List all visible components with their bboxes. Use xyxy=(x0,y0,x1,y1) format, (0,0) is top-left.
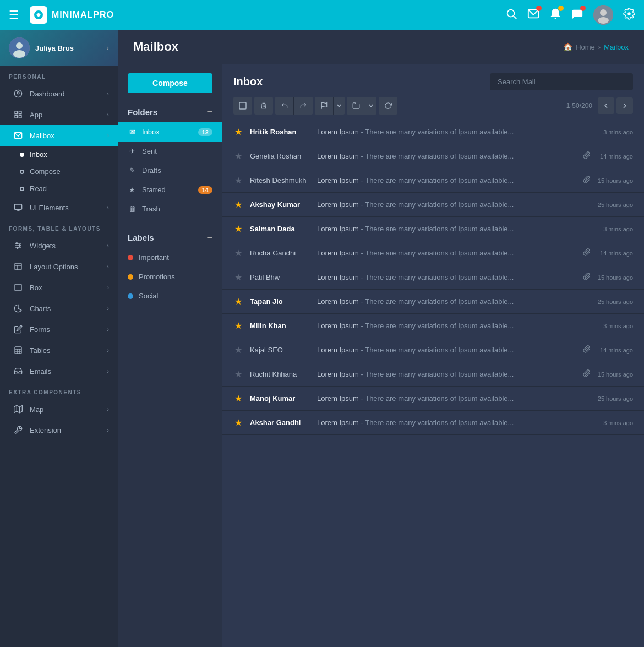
star-button[interactable]: ★ xyxy=(233,393,243,404)
label-important[interactable]: Important xyxy=(118,248,222,267)
mail-nav-icon[interactable] xyxy=(527,8,539,22)
star-button[interactable]: ★ xyxy=(233,224,243,234)
star-button[interactable]: ★ xyxy=(233,345,243,355)
sidebar-sub-read[interactable]: Read xyxy=(0,180,118,197)
delete-btn[interactable] xyxy=(254,97,273,115)
sidebar-user-chevron: › xyxy=(107,44,109,52)
flag-btn[interactable] xyxy=(315,97,334,115)
app-label: App xyxy=(30,111,100,119)
folder-btn[interactable] xyxy=(347,97,365,115)
sidebar-user[interactable]: Juliya Brus › xyxy=(0,30,118,66)
star-button[interactable]: ★ xyxy=(233,127,243,137)
label-social[interactable]: Social xyxy=(118,286,222,306)
mail-row[interactable]: ★Akshar GandhiLorem Ipsum - There are ma… xyxy=(222,411,644,435)
sidebar-item-emails[interactable]: Emails › xyxy=(0,361,118,382)
content-area: Mailbox 🏠 Home › Mailbox Compose Folders… xyxy=(118,30,644,647)
sidebar-item-forms[interactable]: Forms › xyxy=(0,319,118,340)
mail-row[interactable]: ★Ruchit KhhanaLorem Ipsum - There are ma… xyxy=(222,362,644,387)
section-label-forms: FORMS, TABLE & LAYOUTS xyxy=(0,218,118,235)
select-all-btn[interactable] xyxy=(233,97,252,115)
folder-sent[interactable]: ✈ Sent xyxy=(118,142,222,161)
sidebar-item-widgets[interactable]: Widgets › xyxy=(0,235,118,256)
mail-row[interactable]: ★Tapan JioLorem Ipsum - There are many v… xyxy=(222,290,644,314)
mail-row[interactable]: ★Akshay KumarLorem Ipsum - There are man… xyxy=(222,193,644,217)
folder-trash[interactable]: 🗑 Trash xyxy=(118,199,222,219)
mail-content: Lorem Ipsum - There are many variations … xyxy=(317,370,576,378)
forward-btn[interactable] xyxy=(294,97,313,115)
sender-name: Tapan Jio xyxy=(250,297,310,306)
star-button[interactable]: ★ xyxy=(233,199,243,210)
box-icon xyxy=(13,282,23,292)
compose-button[interactable]: Compose xyxy=(128,73,212,93)
mail-time: 15 hours ago xyxy=(597,274,633,281)
social-dot xyxy=(128,293,133,299)
next-page-btn[interactable] xyxy=(616,97,633,114)
mail-time: 3 mins ago xyxy=(597,420,633,426)
star-button[interactable]: ★ xyxy=(233,175,243,186)
sidebar-item-charts[interactable]: Charts › xyxy=(0,298,118,319)
mail-content: Lorem Ipsum - There are many variations … xyxy=(317,249,576,257)
sidebar-item-map[interactable]: Map › xyxy=(0,399,118,420)
mail-row[interactable]: ★Kajal SEOLorem Ipsum - There are many v… xyxy=(222,338,644,362)
svg-point-5 xyxy=(600,9,607,16)
mail-row[interactable]: ★Patil BhwLorem Ipsum - There are many v… xyxy=(222,265,644,290)
sidebar-item-box[interactable]: Box › xyxy=(0,277,118,298)
bell-nav-icon[interactable] xyxy=(549,8,561,22)
refresh-btn[interactable] xyxy=(379,97,397,115)
sidebar-item-dashboard[interactable]: Dashboard › xyxy=(0,83,118,104)
folder-dropdown-btn[interactable] xyxy=(365,97,376,115)
prev-page-btn[interactable] xyxy=(598,97,614,114)
star-button[interactable]: ★ xyxy=(233,417,243,428)
sender-name: Akshay Kumar xyxy=(250,200,310,209)
gear-nav-icon[interactable] xyxy=(623,8,635,22)
folder-inbox[interactable]: ✉ Inbox 12 xyxy=(118,122,222,142)
star-button[interactable]: ★ xyxy=(233,296,243,307)
folder-starred[interactable]: ★ Starred 14 xyxy=(118,180,222,199)
sidebar-item-layout[interactable]: Layout Options › xyxy=(0,256,118,277)
mail-row[interactable]: ★Hritik RoshanLorem Ipsum - There are ma… xyxy=(222,120,644,144)
star-button[interactable]: ★ xyxy=(233,369,243,379)
mail-subject: Lorem Ipsum xyxy=(317,394,359,403)
mail-subject: Lorem Ipsum xyxy=(317,370,359,378)
flag-dropdown-btn[interactable] xyxy=(334,97,345,115)
sidebar-item-tables[interactable]: Tables › xyxy=(0,340,118,361)
folders-collapse[interactable]: − xyxy=(206,106,212,118)
sender-name: Milin Khan xyxy=(250,322,310,330)
sidebar-item-ui-elements[interactable]: UI Elements › xyxy=(0,197,118,218)
hamburger-icon[interactable]: ☰ xyxy=(9,8,19,21)
star-button[interactable]: ★ xyxy=(233,320,243,331)
pagination-info: 1-50/200 xyxy=(566,102,592,110)
section-label-personal: PERSONAL xyxy=(0,66,118,83)
mail-subject: Lorem Ipsum xyxy=(317,418,359,427)
star-button[interactable]: ★ xyxy=(233,272,243,282)
sidebar-sub-compose[interactable]: Compose xyxy=(0,163,118,180)
mail-content: Lorem Ipsum - There are many variations … xyxy=(317,322,591,330)
mail-row[interactable]: ★Rucha GandhiLorem Ipsum - There are man… xyxy=(222,241,644,265)
sidebar-sub-inbox[interactable]: Inbox xyxy=(0,146,118,163)
mail-row[interactable]: ★Milin KhanLorem Ipsum - There are many … xyxy=(222,314,644,338)
labels-collapse[interactable]: − xyxy=(206,232,212,243)
search-mail-input[interactable] xyxy=(490,73,633,90)
label-promotions[interactable]: Promotions xyxy=(118,267,222,286)
mail-row[interactable]: ★Salman DadaLorem Ipsum - There are many… xyxy=(222,217,644,241)
sidebar-item-app[interactable]: App › xyxy=(0,104,118,125)
mail-content: Lorem Ipsum - There are many variations … xyxy=(317,346,576,354)
forms-label: Forms xyxy=(30,325,100,334)
star-button[interactable]: ★ xyxy=(233,248,243,258)
sidebar-item-mailbox[interactable]: Mailbox › xyxy=(0,125,118,146)
folder-starred-label: Starred xyxy=(142,186,193,194)
mail-row[interactable]: ★Genelia RoshanLorem Ipsum - There are m… xyxy=(222,144,644,168)
reply-btn[interactable] xyxy=(275,97,294,115)
chat-nav-icon[interactable] xyxy=(571,8,583,22)
inbox-list: ★Hritik RoshanLorem Ipsum - There are ma… xyxy=(222,120,644,647)
mail-row[interactable]: ★Manoj KumarLorem Ipsum - There are many… xyxy=(222,387,644,411)
mail-content: Lorem Ipsum - There are many variations … xyxy=(317,152,576,160)
star-button[interactable]: ★ xyxy=(233,151,243,161)
search-nav-icon[interactable] xyxy=(505,8,517,22)
sidebar-item-extension[interactable]: Extension › xyxy=(0,420,118,441)
mailbox-arrow: › xyxy=(107,132,109,139)
folder-drafts[interactable]: ✎ Drafts xyxy=(118,161,222,180)
mail-row[interactable]: ★Ritesh DeshmukhLorem Ipsum - There are … xyxy=(222,168,644,193)
folders-panel: Compose Folders − ✉ Inbox 12 ✈ Sent ✎ Dr… xyxy=(118,64,222,647)
avatar-nav[interactable] xyxy=(593,5,613,25)
